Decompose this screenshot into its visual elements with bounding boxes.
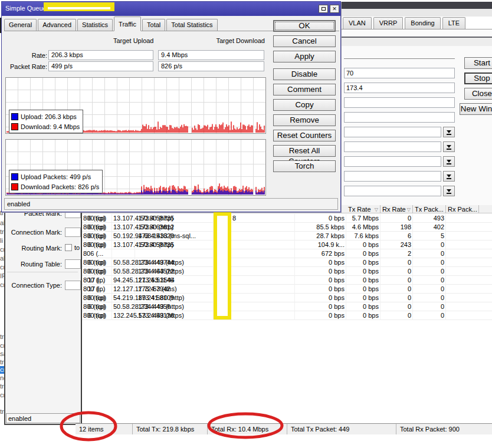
stop-button[interactable]: Stop — [464, 73, 492, 84]
dropdown-arrow-icon[interactable] — [443, 156, 455, 167]
rate-upload-field[interactable]: 206.3 kbps — [48, 50, 153, 60]
routing-mark-checkbox[interactable] — [65, 244, 72, 251]
table-cell: 5.7 Mbps — [346, 214, 381, 223]
table-cell: 0 bps — [295, 302, 346, 311]
torch-connection-table: ▽ Tx Rate ▽ Rx Rate Tx Pack... Rx Pack..… — [82, 205, 492, 421]
close-icon[interactable]: ✕ — [330, 5, 339, 13]
table-cell: 0 bps — [346, 258, 381, 267]
table-cell: 198 — [381, 223, 413, 232]
table-row[interactable]: 800 (ip)6 (tcp)54.219.189.241:80 (http).… — [82, 294, 492, 302]
dropdown-arrow-icon[interactable] — [443, 127, 455, 137]
packet-legend: Upload Packets: 499 p/s Download Packets… — [9, 170, 103, 193]
table-row[interactable]: 800 (ip)6 (tcp)13.107.4.50:80 (http).173… — [82, 214, 492, 223]
sort-icon: ▽ — [407, 206, 411, 213]
table-row[interactable]: 800 (ip)6 (tcp)50.58.28.234:443 (https).… — [82, 302, 492, 311]
tab-traffic[interactable]: Traffic — [114, 17, 141, 31]
torch-button[interactable]: Torch — [273, 160, 336, 172]
table-cell: 243 — [381, 241, 413, 249]
torch-dropdown-field-5[interactable] — [344, 186, 441, 196]
table-cell: 0 — [381, 276, 413, 285]
torch-dropdown-field-1[interactable] — [344, 127, 441, 137]
tab-lte[interactable]: LTE — [442, 17, 465, 29]
reset-all-counters-button[interactable]: Reset All Counters — [273, 145, 336, 157]
table-cell: 6 (tcp) — [87, 311, 112, 320]
edge-fragment: li — [0, 237, 4, 245]
table-row[interactable]: 800 (ip)6 (tcp)132.245.53.2:443 (https).… — [82, 311, 492, 320]
torch-window-top — [341, 2, 492, 9]
table-cell: .173.4:63612 — [135, 223, 214, 232]
reset-counters-button[interactable]: Reset Counters — [273, 130, 336, 141]
torch-field-4[interactable] — [344, 112, 455, 123]
new-window-button[interactable]: New Win... — [460, 103, 492, 115]
table-row[interactable]: 800 (ip)17 (...94.245.121.253:3544.173.4… — [82, 276, 492, 285]
table-row[interactable]: 806 (...672 bps0 bps20 — [82, 249, 492, 258]
table-cell: 0 bps — [295, 267, 346, 276]
disable-button[interactable]: Disable — [273, 68, 336, 80]
tab-advanced[interactable]: Advanced — [38, 19, 76, 31]
table-row[interactable]: 800 (ip)6 (tcp)50.58.28.234:443 (https).… — [82, 258, 492, 267]
torch-field-3[interactable] — [344, 97, 455, 108]
tx-rate-header[interactable]: ▽ Tx Rate — [346, 205, 381, 213]
remove-button[interactable]: Remove — [273, 114, 336, 126]
dropdown-arrow-icon[interactable] — [443, 141, 455, 152]
tab-vrrp[interactable]: VRRP — [373, 17, 404, 29]
maximize-icon[interactable] — [319, 5, 328, 13]
table-cell: 0 — [413, 294, 446, 302]
copy-button[interactable]: Copy — [273, 99, 336, 111]
torch-field-1[interactable]: 70 — [344, 68, 455, 78]
table-cell: 0 bps — [346, 249, 381, 258]
dropdown-arrow-icon[interactable] — [443, 171, 455, 182]
apply-button[interactable]: Apply — [273, 51, 336, 62]
table-cell: 800 (ip) — [82, 241, 87, 249]
table-row[interactable]: 800 (ip)17 (...12.127.17.72:53 (dns).173… — [82, 285, 492, 294]
edge-fragment: tr — [0, 383, 4, 390]
packet-rate-upload-field[interactable]: 499 p/s — [48, 61, 153, 71]
start-button[interactable]: Start — [464, 57, 492, 69]
connection-mark-field[interactable] — [65, 228, 81, 237]
yellow-highlight-column — [214, 212, 231, 319]
rx-rate-header[interactable]: ▽ Rx Rate — [381, 205, 413, 213]
table-cell — [112, 249, 135, 258]
table-cell: 0 bps — [295, 276, 346, 285]
edge-fragment: tr — [0, 333, 4, 341]
rx-packet-header[interactable]: Rx Pack... — [446, 205, 479, 213]
sort-icon: ▽ — [375, 206, 378, 213]
table-cell: 0 bps — [346, 285, 381, 294]
torch-dropdown-field-3[interactable] — [344, 156, 441, 167]
edge-fragment: cr — [0, 366, 4, 374]
table-cell: 50.58.28.234:443 (https) — [112, 302, 135, 311]
torch-dropdown-field-2[interactable] — [344, 141, 441, 152]
routing-table-field[interactable] — [65, 259, 81, 269]
tab-vlan[interactable]: VLAN — [343, 17, 372, 29]
connection-type-field[interactable] — [65, 281, 81, 290]
table-row[interactable]: 800 (ip)6 (tcp)13.107.4.50:80 (http).173… — [82, 223, 492, 232]
tab-bonding[interactable]: Bonding — [405, 17, 440, 29]
comment-button[interactable]: Comment — [273, 84, 336, 95]
table-cell: 0 — [413, 302, 446, 311]
rate-download-field[interactable]: 9.4 Mbps — [158, 50, 264, 60]
table-row[interactable]: 800 (ip)6 (tcp)50.192.94.68:1433 (ms-sql… — [82, 232, 492, 241]
table-cell: 28.7 kbps — [295, 232, 346, 241]
tx-packet-header[interactable]: Tx Pack... — [413, 205, 446, 213]
table-cell: 0 — [381, 285, 413, 294]
close-button[interactable]: Close — [464, 88, 492, 100]
tab-total-statistics[interactable]: Total Statistics — [166, 19, 217, 31]
table-row[interactable]: 800 (ip)6 (tcp)50.58.28.234:443 (https).… — [82, 267, 492, 276]
dropdown-arrow-icon[interactable] — [443, 186, 455, 196]
torch-field-2[interactable]: 173.4 — [344, 83, 455, 93]
download-packets-color-swatch — [11, 183, 18, 190]
tab-total[interactable]: Total — [142, 19, 165, 31]
packet-rate-download-field[interactable]: 826 p/s — [158, 61, 264, 71]
tab-general[interactable]: General — [4, 19, 37, 31]
simple-queue-dialog: Simple Queue < ✕ General Advanced Statis… — [1, 1, 341, 212]
ok-button[interactable]: OK — [273, 20, 336, 32]
total-rx-packet: Total Rx Packet: 900 — [396, 424, 492, 434]
connection-mark-label: Connection Mark: — [5, 229, 62, 236]
table-cell: 0 — [381, 267, 413, 276]
torch-dropdown-field-4[interactable] — [344, 171, 441, 182]
tab-statistics[interactable]: Statistics — [77, 19, 113, 31]
table-cell: 104.9 k... — [295, 241, 346, 249]
cancel-button[interactable]: Cancel — [273, 35, 336, 47]
table-row[interactable]: 800 (ip)6 (tcp)13.107.4.50:80 (http).173… — [82, 241, 492, 249]
table-cell: 6 (tcp) — [87, 258, 112, 267]
